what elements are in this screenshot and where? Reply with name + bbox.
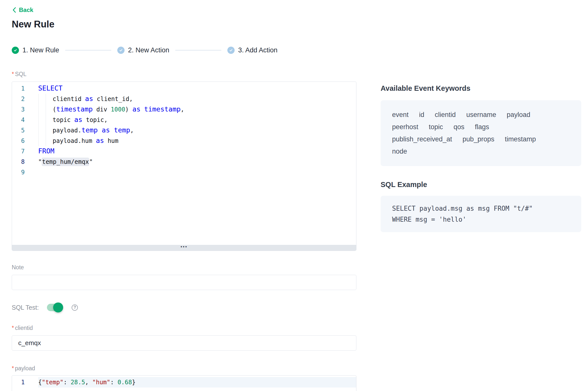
code-token: temp as temp [81,126,130,134]
sql-test-row: SQL Test: ? [12,302,356,312]
code-token: payload.hum [38,137,96,144]
event-keyword: clientid [435,111,456,118]
indent-guide [46,115,46,125]
sql-editor-code[interactable]: 1SELECT2 clientid as client_id,3 (timest… [12,82,356,178]
stepper-connector [65,50,111,51]
page-title: New Rule [12,19,54,30]
stepper-connector [175,50,221,51]
code-line[interactable]: 4 topic as topic, [12,115,356,125]
step-status-icon [12,47,19,54]
code-token: clientid [38,96,85,102]
payload-field-label: *payload [12,365,356,372]
line-number: 5 [12,125,38,136]
code-line[interactable]: 1SELECT [12,83,356,94]
code-token: client_id, [93,96,133,102]
event-keyword: publish_received_at [392,136,452,143]
line-number: 1 [12,83,38,94]
clientid-input[interactable] [12,335,356,351]
stepper-step-2[interactable]: 2. New Action [117,46,169,54]
code-line-content: "temp_hum/emqx" [38,157,356,167]
code-token: div [93,106,111,113]
code-line[interactable]: 6 payload.hum as hum [12,136,356,146]
note-field-label: Note [12,264,356,271]
code-token: } [132,379,136,386]
event-keyword: topic [429,123,443,131]
sql-field-label: *SQL [12,71,356,78]
payload-editor[interactable]: 1{"temp": 28.5, "hum": 0.68} [12,375,356,391]
line-number: 8 [12,157,38,167]
toggle-thumb [53,302,63,312]
line-number: 7 [12,146,38,157]
sql-example-title: SQL Example [381,181,581,189]
code-token: ( [38,106,56,113]
step-check-icon [119,48,123,52]
code-token: hum [104,137,119,144]
required-asterisk: * [12,71,14,77]
code-token: as [74,116,83,123]
code-token: , [85,379,92,386]
code-token: as [96,137,104,144]
code-line[interactable]: 5 payload.temp as temp, [12,125,356,136]
line-number: 1 [12,377,38,388]
event-keyword: node [392,148,407,155]
note-input[interactable] [12,275,356,290]
code-line-content: payload.hum as hum [38,136,356,146]
help-icon[interactable]: ? [72,304,78,311]
sql-editor[interactable]: 1SELECT2 clientid as client_id,3 (timest… [12,82,356,251]
indent-guide [46,136,46,146]
required-asterisk: * [12,325,14,331]
code-token: : [110,379,118,386]
editor-resize-handle[interactable]: ••• [12,245,356,251]
code-token: temp_hum/emqx [42,158,89,166]
code-token: "hum" [92,379,110,386]
code-line[interactable]: 2 clientid as client_id, [12,94,356,104]
code-token: as [85,95,93,102]
sql-example-line: WHERE msg = 'hello' [392,214,570,225]
line-number: 9 [12,167,38,178]
step-status-icon [117,47,125,54]
code-line[interactable]: 8"temp_hum/emqx" [12,157,356,167]
code-line-content [38,167,356,178]
code-token: SELECT [38,84,63,92]
keywords-panel-title: Available Event Keywords [381,84,581,93]
code-line-content: (timestamp div 1000) as timestamp, [38,104,356,115]
payload-editor-code[interactable]: 1{"temp": 28.5, "hum": 0.68} [12,376,356,388]
clientid-field-label: *clientid [12,324,356,331]
code-line[interactable]: 9 [12,167,356,178]
step-label: 1. New Rule [22,46,59,54]
code-token: ) [125,106,133,113]
event-keyword: username [466,111,496,118]
step-label: 2. New Action [128,46,169,54]
drag-dots-icon: ••• [181,246,188,248]
code-line-content: clientid as client_id, [38,94,356,104]
code-line[interactable]: 1{"temp": 28.5, "hum": 0.68} [12,377,356,388]
sql-test-toggle[interactable] [47,304,62,311]
code-line[interactable]: 3 (timestamp div 1000) as timestamp, [12,104,356,115]
code-token: 0.68 [118,379,132,386]
rule-form: *SQL 1SELECT2 clientid as client_id,3 (t… [12,71,356,391]
event-keyword: flags [475,123,489,131]
code-token: timestamp [56,105,93,113]
code-token: FROM [38,147,54,155]
code-line-content: SELECT [38,83,356,94]
stepper-step-1[interactable]: 1. New Rule [12,46,59,54]
code-token: , [181,106,184,113]
step-check-icon [229,48,233,52]
code-token: : [63,379,71,386]
code-token: " [38,158,42,165]
stepper-step-3[interactable]: 3. Add Action [227,46,278,54]
chevron-left-icon [12,7,17,13]
code-line-content: payload.temp as temp, [38,125,356,136]
code-line[interactable]: 7FROM [12,146,356,157]
event-keyword: timestamp [505,136,536,143]
back-link[interactable]: Back [12,6,33,13]
line-number: 4 [12,115,38,125]
event-keyword: pub_props [462,136,494,143]
indent-guide [38,94,39,104]
code-line-content: topic as topic, [38,115,356,125]
stepper: 1. New Rule2. New Action3. Add Action [12,46,278,54]
step-check-icon [13,48,17,52]
event-keyword: payload [507,111,530,118]
keywords-card: eventidclientidusernamepayloadpeerhostto… [381,100,581,166]
indent-guide [46,104,46,115]
